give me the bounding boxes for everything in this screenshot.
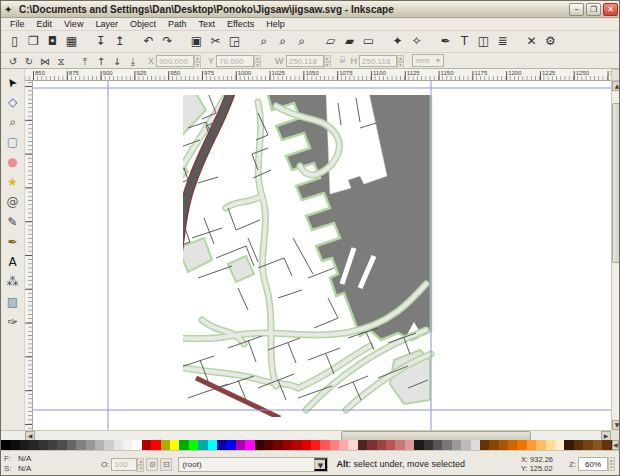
palette-swatch[interactable] [536, 440, 545, 450]
palette-swatch[interactable] [593, 440, 602, 450]
palette-swatch[interactable] [123, 440, 132, 450]
palette-swatch[interactable] [39, 440, 48, 450]
toolbar-button[interactable]: ⌕ [273, 32, 292, 51]
palette-swatch[interactable] [508, 440, 517, 450]
gradient-tool[interactable]: ▨ [2, 293, 23, 312]
palette-swatch[interactable] [273, 440, 282, 450]
palette-swatch[interactable] [142, 440, 151, 450]
window-control-button[interactable]: ❐ [586, 3, 601, 16]
toolbar-button[interactable]: ⌕ [292, 32, 311, 51]
transform-button[interactable]: ⧖ [53, 54, 69, 68]
toolbar-button[interactable]: ❐ [24, 32, 43, 51]
palette-swatch[interactable] [564, 440, 573, 450]
palette-swatch[interactable] [151, 440, 160, 450]
palette-swatch[interactable] [132, 440, 141, 450]
layer-visibility-icon[interactable]: ⊙ [146, 458, 158, 471]
palette-swatch[interactable] [583, 440, 592, 450]
window-control-button[interactable]: ✕ [603, 3, 618, 16]
units-dropdown[interactable]: mm▾ [412, 54, 444, 67]
palette-swatch[interactable] [517, 440, 526, 450]
opacity-spinner[interactable]: ▲▼ [137, 458, 144, 470]
y-spinner[interactable]: ▲▼ [254, 55, 261, 67]
palette-swatch[interactable] [245, 440, 254, 450]
palette-swatch[interactable] [574, 440, 583, 450]
palette-swatch[interactable] [208, 440, 217, 450]
palette-swatch[interactable] [29, 440, 38, 450]
pencil-tool[interactable]: ✎ [2, 213, 23, 232]
palette-swatch[interactable] [442, 440, 451, 450]
dropper-tool[interactable]: ✑ [2, 313, 23, 332]
fill-stroke-indicator[interactable]: F:N/A S:N/A [1, 454, 97, 474]
palette-swatch[interactable] [179, 440, 188, 450]
palette-swatch[interactable] [264, 440, 273, 450]
toolbar-button[interactable]: ⌕ [254, 32, 273, 51]
toolbar-button[interactable]: ⚙ [541, 32, 560, 51]
palette-swatch[interactable] [386, 440, 395, 450]
palette-swatch[interactable] [330, 440, 339, 450]
height-spinner[interactable]: ▲▼ [397, 55, 404, 67]
palette-swatch[interactable] [320, 440, 329, 450]
toolbar-button[interactable]: ▦ [62, 32, 81, 51]
palette-swatch[interactable] [255, 440, 264, 450]
palette-swatch[interactable] [367, 440, 376, 450]
palette-swatch[interactable] [226, 440, 235, 450]
palette-swatch[interactable] [414, 440, 423, 450]
toolbar-button[interactable]: ✧ [407, 32, 426, 51]
zoom-input[interactable]: 60% [578, 457, 608, 471]
toolbar-button[interactable]: ▱ [321, 32, 340, 51]
palette-swatch[interactable] [161, 440, 170, 450]
x-input[interactable]: 900.000 [156, 55, 194, 67]
palette-swatch[interactable] [170, 440, 179, 450]
palette-swatch[interactable] [555, 440, 564, 450]
palette-swatch[interactable] [198, 440, 207, 450]
title-bar[interactable]: ✦ C:\Documents and Settings\Dan\Desktop\… [1, 1, 620, 18]
zoom-tool[interactable]: ⌕ [2, 113, 23, 132]
menu-item[interactable]: Edit [31, 18, 59, 31]
palette-swatch[interactable] [76, 440, 85, 450]
palette-swatch[interactable] [67, 440, 76, 450]
y-input[interactable]: 70.000 [216, 55, 254, 67]
palette-swatch[interactable] [236, 440, 245, 450]
vertical-ruler[interactable] [25, 81, 33, 430]
layer-lock-icon[interactable]: ⊡ [160, 458, 172, 471]
palette-swatch[interactable] [377, 440, 386, 450]
menu-item[interactable]: Path [162, 18, 193, 31]
canvas[interactable] [33, 81, 611, 430]
star-tool[interactable]: ★ [2, 173, 23, 192]
toolbar-button[interactable]: ▣ [187, 32, 206, 51]
toolbar-button[interactable]: ↧ [91, 32, 110, 51]
scroll-down-icon[interactable]: ▼ [612, 420, 620, 430]
window-control-button[interactable]: – [569, 3, 584, 16]
toolbar-button[interactable]: ✂ [206, 32, 225, 51]
toolbar-button[interactable]: ✒ [436, 32, 455, 51]
menu-item[interactable]: Layer [89, 18, 124, 31]
palette-swatch[interactable] [546, 440, 555, 450]
toolbar-button[interactable]: ≣ [493, 32, 512, 51]
palette-swatch[interactable] [86, 440, 95, 450]
map-drawing[interactable] [33, 81, 611, 430]
calligraphy-tool[interactable]: ✒ [2, 233, 23, 252]
vertical-scroll-thumb[interactable] [612, 103, 620, 263]
palette-swatch[interactable] [433, 440, 442, 450]
transform-button[interactable]: ↑ [93, 54, 109, 68]
chevron-down-icon[interactable]: ▼ [314, 458, 327, 471]
connector-tool[interactable]: ⁂ [2, 273, 23, 292]
palette-swatch[interactable] [104, 440, 113, 450]
palette-swatch[interactable] [10, 440, 19, 450]
palette-swatch[interactable] [189, 440, 198, 450]
selector-tool[interactable]: ➤ [2, 73, 23, 92]
toolbar-button[interactable]: ▭ [359, 32, 378, 51]
toolbar-button[interactable]: ◘ [43, 32, 62, 51]
palette-swatch[interactable] [499, 440, 508, 450]
lock-ratio-icon[interactable]: ⌸ [337, 54, 349, 67]
toolbar-button[interactable]: ◲ [225, 32, 244, 51]
menu-item[interactable]: Effects [221, 18, 260, 31]
transform-button[interactable]: ⤒ [77, 54, 93, 68]
scroll-up-icon[interactable]: ▲ [612, 81, 620, 91]
toolbar-button[interactable]: ↶ [139, 32, 158, 51]
transform-button[interactable]: ↓ [109, 54, 125, 68]
palette-swatch[interactable] [602, 440, 611, 450]
toolbar-button[interactable]: ✦ [388, 32, 407, 51]
palette-swatch[interactable] [339, 440, 348, 450]
horizontal-ruler[interactable]: 8508759009259509751000102510501075110011… [25, 69, 611, 81]
